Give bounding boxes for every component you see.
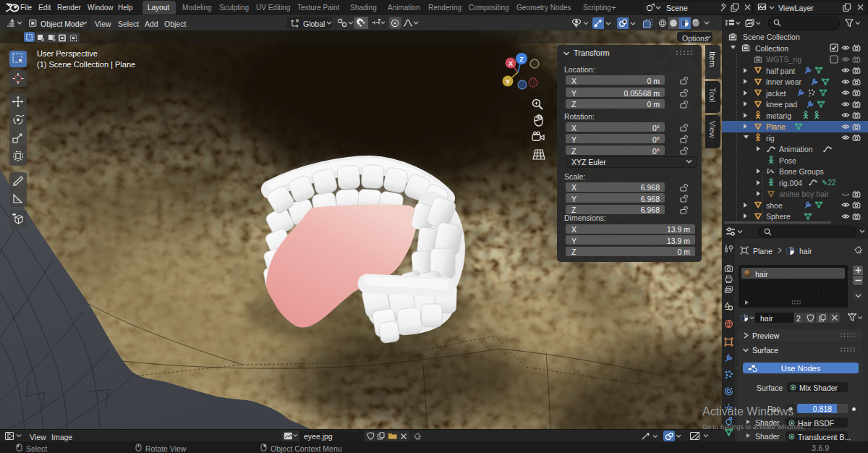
- svg-text:Z: Z: [519, 56, 524, 63]
- svg-text:Y: Y: [506, 78, 510, 85]
- svg-text:X: X: [509, 60, 513, 67]
